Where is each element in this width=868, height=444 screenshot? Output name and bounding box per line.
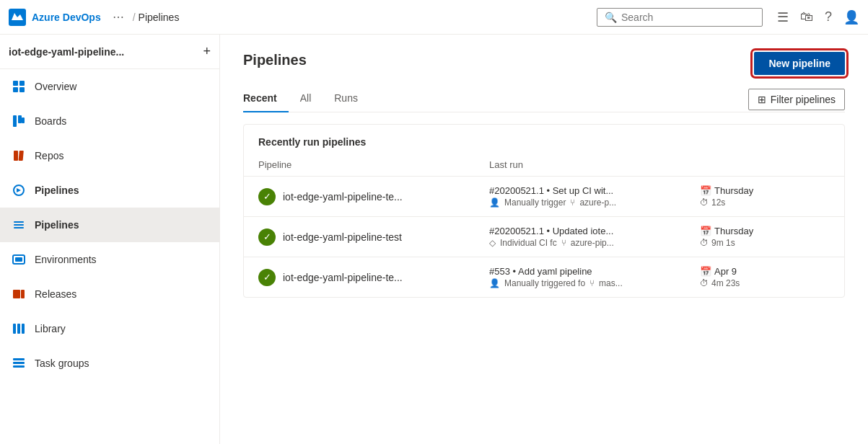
svg-rect-22: [13, 362, 25, 364]
sidebar-item-repos[interactable]: Repos: [0, 138, 219, 173]
pipelines-header-icon: [12, 183, 26, 197]
sidebar-nav: Overview Boards: [0, 69, 219, 381]
pipeline-name: iot-edge-yaml-pipeline-te...: [283, 191, 403, 203]
run-date-cell: 📅Apr 9 ⏱4m 23s: [700, 266, 830, 288]
pipeline-name: iot-edge-yaml-pipeline-test: [283, 231, 402, 243]
branch-text: azure-p...: [579, 197, 616, 208]
trigger-icon: ◇: [489, 238, 496, 248]
pipeline-name-cell: ✓ iot-edge-yaml-pipeline-te...: [258, 269, 489, 286]
breadcrumb-sep: /: [133, 12, 136, 23]
run-info: #553 • Add yaml pipeline 👤 Manually trig…: [489, 266, 700, 288]
tab-recent[interactable]: Recent: [243, 86, 289, 112]
releases-icon: [12, 287, 26, 301]
run-duration: ⏱4m 23s: [700, 278, 830, 288]
svg-rect-21: [13, 358, 25, 360]
topbar-actions: ☰ 🛍 ? 👤: [777, 9, 859, 25]
svg-rect-6: [18, 115, 22, 123]
sidebar-item-overview[interactable]: Overview: [0, 69, 219, 104]
svg-marker-0: [12, 13, 23, 20]
breadcrumb: / Pipelines: [133, 12, 180, 23]
releases-label: Releases: [35, 288, 76, 300]
table-row[interactable]: ✓ iot-edge-yaml-pipeline-te... #553 • Ad…: [244, 257, 844, 297]
branch-text: azure-pip...: [571, 238, 614, 248]
sidebar-item-boards[interactable]: Boards: [0, 104, 219, 138]
svg-rect-15: [15, 257, 22, 262]
svg-rect-20: [22, 324, 25, 334]
table-header: Pipeline Last run: [244, 154, 844, 177]
taskgroups-label: Task groups: [35, 358, 89, 369]
branch-icon: ⑂: [570, 197, 575, 208]
sidebar-item-library[interactable]: Library: [0, 311, 219, 346]
tabs-bar: Recent All Runs ⊞ Filter pipelines: [243, 86, 845, 112]
svg-rect-8: [14, 151, 18, 161]
table-row[interactable]: ✓ iot-edge-yaml-pipeline-test #20200521.…: [244, 217, 844, 257]
new-pipeline-button[interactable]: New pipeline: [754, 52, 845, 75]
breadcrumb-pipelines: Pipelines: [139, 12, 180, 23]
pipelines-section: Recently run pipelines Pipeline Last run…: [243, 124, 845, 298]
run-duration: ⏱12s: [700, 197, 830, 208]
svg-rect-2: [19, 81, 25, 86]
svg-rect-12: [14, 224, 24, 226]
run-build: #20200521.1 • Updated iote...: [489, 226, 700, 236]
cal-icon: 📅: [700, 226, 711, 236]
svg-rect-11: [14, 221, 24, 223]
sidebar-item-taskgroups[interactable]: Task groups: [0, 346, 219, 381]
filter-pipelines-button[interactable]: ⊞ Filter pipelines: [748, 89, 845, 110]
bag-icon[interactable]: 🛍: [800, 9, 813, 25]
run-info: #20200521.1 • Set up CI wit... 👤 Manuall…: [489, 185, 700, 208]
table-row[interactable]: ✓ iot-edge-yaml-pipeline-te... #20200521…: [244, 177, 844, 217]
pipelines-sub-icon: [12, 218, 26, 232]
environments-label: Environments: [35, 254, 97, 265]
col-pipeline: Pipeline: [258, 159, 489, 170]
section-title: Recently run pipelines: [244, 125, 844, 154]
search-box[interactable]: 🔍: [597, 8, 763, 27]
run-duration: ⏱9m 1s: [700, 238, 830, 248]
branch-icon: ⑂: [561, 238, 566, 248]
profile-icon[interactable]: 👤: [843, 9, 859, 25]
help-icon[interactable]: ?: [825, 9, 832, 25]
boards-label: Boards: [35, 115, 66, 127]
content-area: Pipelines New pipeline Recent All Runs ⊞…: [220, 35, 868, 444]
app-logo[interactable]: Azure DevOps: [9, 9, 101, 26]
search-icon: 🔍: [605, 12, 617, 23]
logo-icon: [9, 9, 26, 26]
add-project-icon[interactable]: +: [203, 44, 211, 59]
sidebar-item-pipelines[interactable]: Pipelines: [0, 208, 219, 242]
list-icon[interactable]: ☰: [777, 9, 789, 25]
pipeline-name: iot-edge-yaml-pipeline-te...: [283, 272, 403, 283]
search-input[interactable]: [621, 12, 755, 23]
run-date: 📅Thursday: [700, 226, 830, 236]
status-badge: ✓: [258, 228, 276, 246]
sidebar-item-environments[interactable]: Environments: [0, 242, 219, 277]
trigger-icon: 👤: [489, 197, 500, 208]
svg-rect-4: [19, 87, 25, 92]
run-meta: ◇ Individual CI fc ⑂ azure-pip...: [489, 238, 700, 248]
clock-icon: ⏱: [700, 278, 709, 288]
sidebar-item-pipelines-header[interactable]: Pipelines: [0, 173, 219, 208]
clock-icon: ⏱: [700, 238, 709, 248]
pipeline-name-cell: ✓ iot-edge-yaml-pipeline-test: [258, 228, 489, 246]
tab-all[interactable]: All: [289, 86, 323, 112]
run-meta: 👤 Manually triggered fo ⑂ mas...: [489, 278, 700, 288]
clock-icon: ⏱: [700, 197, 709, 208]
pipeline-name-cell: ✓ iot-edge-yaml-pipeline-te...: [258, 188, 489, 205]
svg-rect-13: [14, 227, 24, 228]
run-build: #20200521.1 • Set up CI wit...: [489, 185, 700, 196]
run-date-cell: 📅Thursday ⏱9m 1s: [700, 226, 830, 248]
col-lastrun: Last run: [489, 159, 700, 170]
cal-icon: 📅: [700, 266, 711, 277]
run-build: #553 • Add yaml pipeline: [489, 266, 700, 277]
options-icon[interactable]: ⋯: [110, 7, 127, 27]
repos-label: Repos: [35, 150, 63, 161]
sidebar: iot-edge-yaml-pipeline... + Overview: [0, 35, 220, 444]
app-name: Azure DevOps: [32, 12, 101, 23]
filter-icon: ⊞: [758, 94, 766, 105]
trigger-icon: 👤: [489, 278, 500, 288]
page-title: Pipelines: [243, 52, 307, 68]
sidebar-item-releases[interactable]: Releases: [0, 277, 219, 311]
project-header[interactable]: iot-edge-yaml-pipeline... +: [0, 35, 219, 69]
overview-icon: [12, 79, 26, 94]
tab-runs[interactable]: Runs: [323, 86, 369, 112]
overview-label: Overview: [35, 81, 76, 92]
run-date: 📅Thursday: [700, 185, 830, 196]
